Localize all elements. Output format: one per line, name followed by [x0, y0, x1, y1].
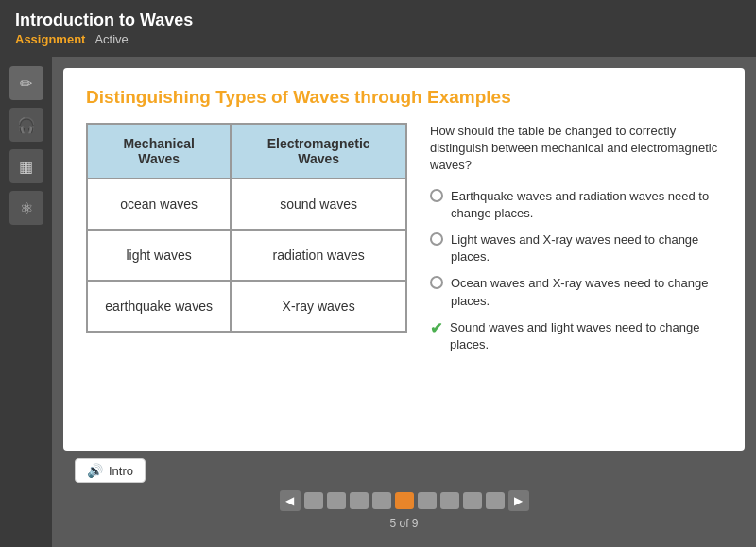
question-text: How should the table be changed to corre…: [430, 123, 722, 175]
next-page-button[interactable]: ▶: [508, 490, 529, 511]
top-bar: Introduction to Waves Assignment Active: [0, 0, 756, 57]
pencil-icon[interactable]: ✏: [9, 66, 43, 100]
table-header-mechanical: Mechanical Waves: [87, 124, 231, 179]
page-2[interactable]: [327, 492, 346, 509]
content-area: Distinguishing Types of Waves through Ex…: [52, 57, 756, 547]
table-row: ocean waves sound waves: [87, 179, 406, 230]
option-1-text: Earthquake waves and radiation waves nee…: [451, 188, 722, 222]
page-6[interactable]: [418, 492, 437, 509]
page-count: 5 of 9: [389, 517, 418, 530]
main-layout: ✏ 🎧 ▦ ⚛ Distinguishing Types of Waves th…: [0, 57, 756, 547]
page-3[interactable]: [350, 492, 369, 509]
option-2-text: Light waves and X-ray waves need to chan…: [451, 231, 722, 265]
intro-button[interactable]: 🔊 Intro: [75, 458, 146, 483]
intro-label: Intro: [109, 464, 133, 478]
table-cell: radiation waves: [231, 230, 406, 281]
page-8[interactable]: [463, 492, 482, 509]
atom-icon[interactable]: ⚛: [9, 191, 43, 225]
option-4[interactable]: ✔ Sound waves and light waves need to ch…: [430, 319, 722, 353]
calculator-icon[interactable]: ▦: [9, 149, 43, 183]
option-1[interactable]: Earthquake waves and radiation waves nee…: [430, 188, 722, 222]
speaker-icon: 🔊: [87, 463, 103, 478]
sidebar: ✏ 🎧 ▦ ⚛: [0, 57, 52, 547]
assignment-label: Assignment: [15, 32, 85, 46]
option-4-text: Sound waves and light waves need to chan…: [450, 319, 722, 353]
option-2[interactable]: Light waves and X-ray waves need to chan…: [430, 231, 722, 265]
card-title: Distinguishing Types of Waves through Ex…: [86, 87, 722, 108]
question-panel: How should the table be changed to corre…: [430, 123, 722, 432]
radio-1[interactable]: [430, 189, 443, 202]
waves-table: Mechanical Waves Electromagnetic Waves o…: [86, 123, 407, 333]
option-3-text: Ocean waves and X-ray waves need to chan…: [451, 275, 722, 309]
bottom-bar: 🔊 Intro ◀ ▶ 5 of 9: [63, 451, 745, 536]
card: Distinguishing Types of Waves through Ex…: [63, 68, 745, 451]
card-body: Mechanical Waves Electromagnetic Waves o…: [86, 123, 722, 432]
table-header-electromagnetic: Electromagnetic Waves: [231, 124, 406, 179]
table-row: light waves radiation waves: [87, 230, 406, 281]
radio-3[interactable]: [430, 276, 443, 289]
checkmark-icon: ✔: [430, 318, 442, 339]
page-7[interactable]: [440, 492, 459, 509]
table-cell: light waves: [87, 230, 231, 281]
page-1[interactable]: [304, 492, 323, 509]
options-list: Earthquake waves and radiation waves nee…: [430, 188, 722, 354]
pagination: ◀ ▶: [280, 490, 529, 511]
headphones-icon[interactable]: 🎧: [9, 108, 43, 142]
radio-2[interactable]: [430, 232, 443, 246]
active-label: Active: [94, 32, 128, 46]
page-title: Introduction to Waves: [15, 10, 193, 30]
option-3[interactable]: Ocean waves and X-ray waves need to chan…: [430, 275, 722, 309]
table-row: earthquake waves X-ray waves: [87, 281, 406, 332]
prev-page-button[interactable]: ◀: [280, 490, 301, 511]
table-cell: X-ray waves: [231, 281, 406, 332]
page-9[interactable]: [486, 492, 505, 509]
page-5[interactable]: [395, 492, 414, 509]
page-4[interactable]: [372, 492, 391, 509]
table-cell: earthquake waves: [87, 281, 231, 332]
table-cell: ocean waves: [87, 179, 231, 230]
table-cell: sound waves: [231, 179, 406, 230]
